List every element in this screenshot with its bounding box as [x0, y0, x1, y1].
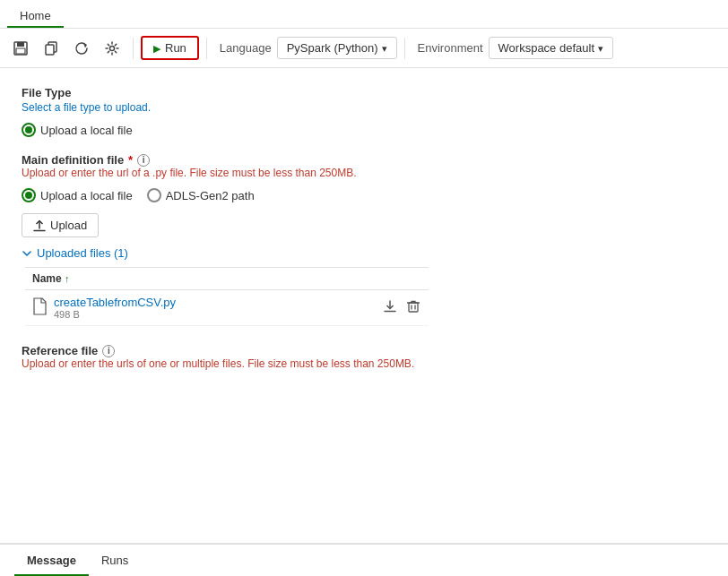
run-label: Run: [165, 41, 186, 55]
svg-rect-10: [409, 303, 418, 312]
environment-value: Workspace default: [498, 41, 594, 55]
file-icon: [32, 297, 47, 319]
ref-file-description: Upload or enter the urls of one or multi…: [22, 357, 706, 370]
main-def-label: Main definition file * i: [22, 153, 706, 167]
file-type-subtitle: Select a file type to upload.: [22, 101, 706, 114]
language-label: Language: [220, 41, 272, 55]
file-type-section: File Type Select a file type to upload. …: [22, 86, 706, 137]
settings-button[interactable]: [99, 35, 126, 62]
toolbar: Run Language PySpark (Python) Environmen…: [0, 29, 728, 68]
file-info: createTablefromCSV.py 498 B: [54, 296, 375, 320]
toolbar-divider: [133, 38, 134, 59]
ref-file-label: Reference file i: [22, 344, 706, 357]
main-def-local-label: Upload a local file: [40, 189, 133, 202]
table-row: createTablefromCSV.py 498 B: [25, 290, 429, 326]
main-definition-section: Main definition file * i Upload or enter…: [22, 153, 706, 326]
tab-bar: Home: [0, 0, 728, 29]
svg-rect-4: [46, 45, 54, 55]
delete-file-button[interactable]: [405, 298, 421, 317]
upload-local-radio-option[interactable]: Upload a local file: [22, 123, 133, 137]
chevron-down-icon: [22, 248, 32, 259]
environment-label: Environment: [418, 41, 483, 55]
upload-local-label: Upload a local file: [40, 124, 133, 137]
main-content: File Type Select a file type to upload. …: [0, 68, 728, 544]
ref-file-title: Reference file: [22, 344, 98, 357]
language-value: PySpark (Python): [287, 41, 378, 55]
upload-button[interactable]: Upload: [22, 213, 99, 237]
environment-select[interactable]: Workspace default: [489, 37, 613, 59]
ref-file-info-icon[interactable]: i: [102, 345, 115, 357]
toolbar-divider-2: [206, 38, 207, 59]
file-name: createTablefromCSV.py: [54, 296, 375, 309]
svg-rect-1: [17, 42, 24, 47]
tab-message[interactable]: Message: [14, 544, 89, 576]
download-file-button[interactable]: [382, 298, 398, 317]
tab-runs[interactable]: Runs: [89, 544, 141, 576]
main-def-adls-radio[interactable]: ADLS-Gen2 path: [147, 188, 255, 202]
run-button[interactable]: Run: [141, 36, 199, 60]
main-def-local-circle: [22, 188, 36, 202]
main-def-info-icon[interactable]: i: [137, 154, 150, 167]
sort-arrow-icon[interactable]: ↑: [65, 273, 70, 284]
file-type-title: File Type: [22, 86, 706, 99]
files-table: Name ↑ createTablefromCSV.py 498 B: [25, 267, 429, 326]
toolbar-divider-3: [404, 38, 405, 59]
refresh-button[interactable]: [68, 35, 95, 62]
main-def-adls-circle: [147, 188, 161, 202]
copy-button[interactable]: [38, 35, 65, 62]
main-def-description: Upload or enter the url of a .py file. F…: [22, 167, 706, 179]
save-button[interactable]: [7, 35, 34, 62]
environment-chevron-icon: [598, 41, 603, 55]
language-chevron-icon: [382, 41, 387, 55]
main-def-title: Main definition file: [22, 153, 124, 167]
language-select[interactable]: PySpark (Python): [277, 37, 397, 59]
file-actions: [382, 298, 421, 317]
svg-point-5: [110, 46, 115, 50]
play-icon: [153, 41, 160, 55]
file-size: 498 B: [54, 309, 375, 320]
file-type-radio-group: Upload a local file: [22, 123, 706, 137]
reference-file-section: Reference file i Upload or enter the url…: [22, 344, 706, 370]
upload-icon: [33, 219, 46, 232]
uploaded-files-label: Uploaded files (1): [37, 246, 128, 260]
uploaded-files-toggle[interactable]: Uploaded files (1): [22, 246, 706, 260]
tab-home[interactable]: Home: [7, 0, 64, 28]
upload-label: Upload: [50, 219, 87, 232]
required-star: *: [128, 153, 133, 167]
upload-local-radio-circle: [22, 123, 36, 137]
files-table-header: Name ↑: [25, 268, 429, 290]
bottom-tab-bar: Message Runs: [0, 544, 728, 576]
main-def-local-radio[interactable]: Upload a local file: [22, 188, 133, 202]
svg-rect-2: [16, 48, 25, 54]
main-def-radio-group: Upload a local file ADLS-Gen2 path: [22, 188, 706, 202]
name-column-header: Name ↑: [32, 272, 70, 285]
main-def-adls-label: ADLS-Gen2 path: [166, 189, 255, 202]
